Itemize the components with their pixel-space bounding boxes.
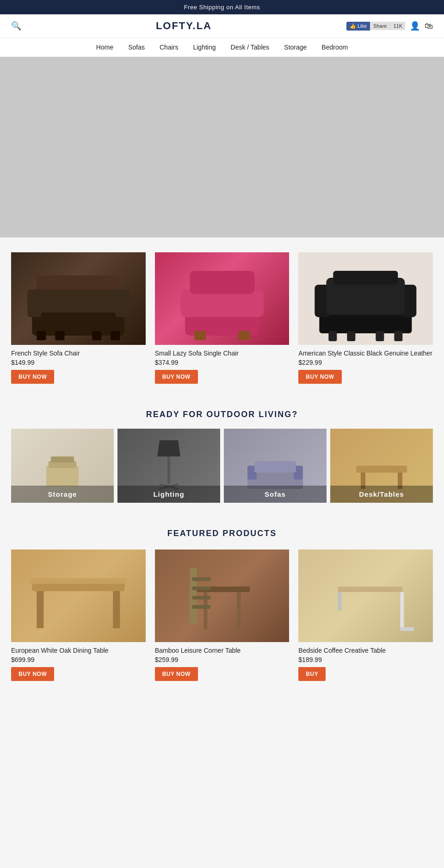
header-right: 👍 Like Share 11K 👤 🛍 <box>346 21 433 31</box>
product-title-french-sofa: French Style Sofa Chair <box>11 350 146 357</box>
category-grid: Storage Lighting <box>11 429 433 503</box>
svg-rect-51 <box>401 627 414 631</box>
buy-now-button-oak-table[interactable]: BUY NOW <box>11 667 54 681</box>
user-icon[interactable]: 👤 <box>410 21 420 31</box>
product-image-oak-table <box>11 550 146 642</box>
top-banner: Free Shipping on All Items <box>0 0 444 14</box>
svg-rect-43 <box>237 592 240 629</box>
chairs-products-section: French Style Sofa Chair $149.99 BUY NOW … <box>0 237 444 399</box>
svg-rect-20 <box>395 331 403 341</box>
category-lighting-label: Lighting <box>117 486 220 503</box>
nav-storage[interactable]: Storage <box>284 44 307 51</box>
product-price-oak-table: $699.99 <box>11 656 146 663</box>
product-title-bedside-table: Bedside Coffee Creative Table <box>298 647 433 654</box>
svg-rect-6 <box>111 331 120 340</box>
buy-now-button-lazy-sofa[interactable]: BUY NOW <box>155 370 198 384</box>
site-logo[interactable]: LOFTY.LA <box>21 20 346 32</box>
svg-rect-18 <box>333 271 398 285</box>
chairs-products-grid: French Style Sofa Chair $149.99 BUY NOW … <box>11 252 433 384</box>
header-left: 🔍 <box>11 21 21 31</box>
buy-now-button-bamboo-table[interactable]: BUY NOW <box>155 667 198 681</box>
svg-rect-25 <box>51 456 74 462</box>
svg-rect-11 <box>190 271 254 294</box>
product-image-french-sofa <box>11 252 146 345</box>
product-image-bamboo-table <box>155 550 290 642</box>
storage-icon <box>44 452 81 489</box>
product-title-oak-table: European White Oak Dining Table <box>11 647 146 654</box>
chair-image-svg <box>11 252 146 345</box>
svg-rect-27 <box>167 456 170 484</box>
svg-rect-12 <box>194 331 206 340</box>
svg-rect-48 <box>192 605 210 609</box>
svg-rect-40 <box>30 578 127 584</box>
product-image-classic-black <box>298 252 433 345</box>
product-title-classic-black: American Style Classic Black Genuine Lea… <box>298 350 433 357</box>
product-title-bamboo-table: Bamboo Leisure Corner Table <box>155 647 290 654</box>
featured-products-title: FEATURED PRODUCTS <box>11 529 433 538</box>
product-card-oak-table: European White Oak Dining Table $699.99 … <box>11 550 146 681</box>
category-desktables-label: Desk/Tables <box>330 486 433 503</box>
oak-table-svg <box>11 550 146 642</box>
svg-rect-23 <box>46 466 79 487</box>
svg-rect-45 <box>192 577 210 581</box>
bedside-table-svg <box>298 550 433 642</box>
svg-rect-34 <box>356 466 407 473</box>
svg-rect-46 <box>192 587 210 590</box>
header: 🔍 LOFTY.LA 👍 Like Share 11K 👤 🛍 <box>0 14 444 38</box>
category-desk-tables[interactable]: Desk/Tables <box>330 429 433 503</box>
buy-now-button-french-sofa[interactable]: BUY NOW <box>11 370 54 384</box>
product-title-lazy-sofa: Small Lazy Sofa Single Chair <box>155 350 290 357</box>
product-price-french-sofa: $149.99 <box>11 359 146 366</box>
svg-marker-26 <box>157 440 180 456</box>
fb-thumb-icon: 👍 <box>350 23 356 29</box>
svg-rect-22 <box>376 331 384 341</box>
product-card-lazy-sofa: Small Lazy Sofa Single Chair $374.99 BUY… <box>155 252 290 384</box>
nav-bedroom[interactable]: Bedroom <box>321 44 348 51</box>
search-icon[interactable]: 🔍 <box>11 21 21 31</box>
category-sofas[interactable]: Sofas <box>224 429 327 503</box>
svg-rect-49 <box>338 587 403 592</box>
buy-now-button-classic-black[interactable]: BUY NOW <box>298 370 341 384</box>
product-card-classic-black: American Style Classic Black Genuine Lea… <box>298 252 433 384</box>
svg-rect-47 <box>192 596 210 599</box>
buy-now-button-bedside-table[interactable]: BUY <box>298 667 326 681</box>
svg-rect-52 <box>338 592 342 611</box>
category-lighting[interactable]: Lighting <box>117 429 220 503</box>
product-price-classic-black: $229.99 <box>298 359 433 366</box>
product-image-bedside-table <box>298 550 433 642</box>
svg-rect-38 <box>37 591 43 628</box>
nav-chairs[interactable]: Chairs <box>160 44 178 51</box>
fb-count: 11K <box>390 22 405 30</box>
banner-text: Free Shipping on All Items <box>184 4 260 11</box>
product-image-lazy-sofa <box>155 252 290 345</box>
category-storage[interactable]: Storage <box>11 429 114 503</box>
svg-rect-21 <box>347 331 356 341</box>
featured-products-grid: European White Oak Dining Table $699.99 … <box>11 550 433 681</box>
fb-like-button[interactable]: 👍 Like <box>346 22 370 31</box>
outdoor-section-title: READY FOR OUTDOOR LIVING? <box>11 410 433 419</box>
hero-banner <box>0 57 444 237</box>
category-storage-label: Storage <box>11 486 114 503</box>
product-card-bedside-table: Bedside Coffee Creative Table $189.99 BU… <box>298 550 433 681</box>
svg-rect-50 <box>401 592 404 629</box>
fb-like-label: Like <box>358 23 367 29</box>
fb-share-label[interactable]: Share <box>370 22 390 30</box>
svg-rect-39 <box>113 591 120 628</box>
category-sofas-label: Sofas <box>224 486 327 503</box>
nav-desk-tables[interactable]: Desk / Tables <box>231 44 270 51</box>
featured-products-section: FEATURED PRODUCTS European White Oak Din… <box>0 514 444 696</box>
svg-rect-4 <box>37 275 120 289</box>
svg-rect-33 <box>254 461 296 473</box>
svg-rect-5 <box>37 331 46 340</box>
product-price-bedside-table: $189.99 <box>298 656 433 663</box>
outdoor-section: READY FOR OUTDOOR LIVING? Storage <box>0 399 444 514</box>
nav-sofas[interactable]: Sofas <box>128 44 145 51</box>
svg-rect-8 <box>92 331 101 340</box>
bamboo-table-svg <box>155 550 290 642</box>
main-nav: Home Sofas Chairs Lighting Desk / Tables… <box>0 38 444 57</box>
nav-lighting[interactable]: Lighting <box>193 44 216 51</box>
product-card-bamboo-table: Bamboo Leisure Corner Table $259.99 BUY … <box>155 550 290 681</box>
nav-home[interactable]: Home <box>96 44 113 51</box>
product-price-bamboo-table: $259.99 <box>155 656 290 663</box>
cart-icon[interactable]: 🛍 <box>425 21 433 31</box>
